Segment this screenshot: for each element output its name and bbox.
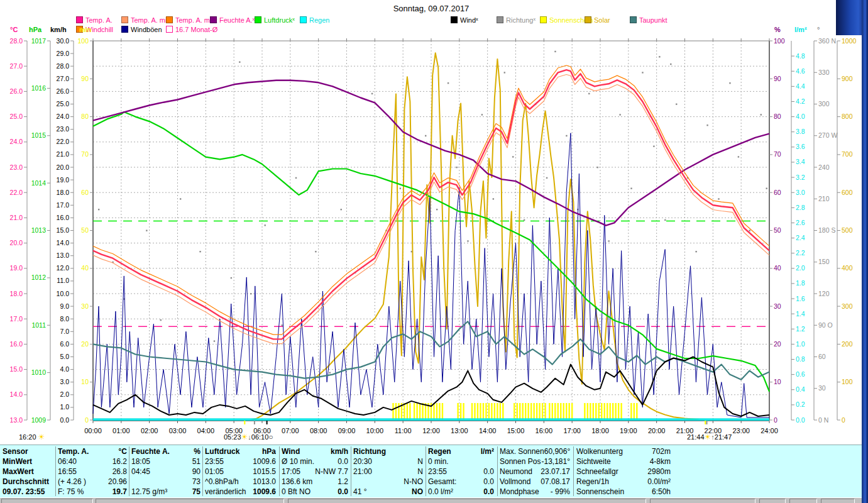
cell-value: 26.8 [113,467,127,477]
table-column-4: Windkm/hØ 10 min.0.017:05N-NW 7.7136.6 k… [282,446,348,497]
table-row: 41 °NO [353,487,423,497]
svg-text:21.0: 21.0 [10,214,23,221]
table-row: Feuchte A.% [131,446,201,456]
cell-value: 07.08.17 [541,477,570,487]
table-row: Vollmond07.08.17 [500,477,570,487]
table-row: 21:00N [353,467,423,477]
sunrise-icon: ☀ [241,433,248,441]
svg-text:20:00: 20:00 [648,427,666,434]
cell-value: 75 [192,487,201,497]
table-separator [129,446,129,496]
svg-text:13:00: 13:00 [451,427,468,434]
cell-label: MaxWert [3,467,34,477]
sunrise-moonset-annotation: 05:23☀↓06:10○ [224,433,273,441]
svg-text:0: 0 [85,416,89,424]
table-row: Temp. A.°C [58,446,127,456]
cell-value: N-NW 7.7 [315,467,348,477]
svg-text:3.0: 3.0 [796,189,805,196]
day-length-annotation: 16:20 ☀ [19,433,45,441]
svg-text:1011: 1011 [31,321,46,329]
svg-text:04:00: 04:00 [197,427,215,434]
cell-label: Mondphase [500,487,539,497]
svg-text:1010: 1010 [31,368,47,376]
svg-text:01:00: 01:00 [113,427,130,434]
svg-text:24.0: 24.0 [10,138,23,145]
sunrise-value: 05:23 [224,433,241,441]
cell-value: 0.0 [338,487,348,497]
cell-value: 1015.5 [253,467,276,477]
svg-text:1016: 1016 [31,84,47,92]
svg-text:03:00: 03:00 [169,427,187,434]
svg-text:2.6: 2.6 [796,219,805,226]
table-row: Sonnenschein6:50h [576,487,671,497]
svg-text:3.6: 3.6 [796,143,805,150]
svg-text:100: 100 [842,378,853,385]
svg-text:2.4: 2.4 [796,234,805,241]
table-row: Max. Sonnen60,906° [500,446,570,456]
table-row: ^0.8hPa/h1013.0 [205,477,276,487]
svg-text:1.4: 1.4 [796,310,805,318]
cell-label: Sensor [3,446,28,456]
svg-text:100: 100 [774,37,785,45]
svg-text:1014: 1014 [31,179,47,187]
svg-text:50: 50 [774,226,781,234]
cell-label: Durchschnitt [3,477,49,487]
cell-value: N [417,456,423,467]
cell-label: Gesamt: [428,477,456,487]
table-column-5: Richtung20:30N21:00NN-NO41 °NO [353,446,423,497]
statusbar-segment-4 [759,499,786,503]
table-row: Sensor [3,446,54,456]
svg-text:22.0: 22.0 [57,138,70,145]
svg-text:0 N: 0 N [818,416,828,424]
svg-text:13.0: 13.0 [57,252,70,259]
svg-text:1017: 1017 [31,37,47,45]
svg-text:2.8: 2.8 [796,204,805,211]
table-row: 06:4016.2 [58,456,127,467]
cell-label: Regen/1h [576,477,609,487]
svg-text:3.0: 3.0 [60,378,69,385]
svg-text:300: 300 [842,302,853,310]
svg-text:17.0: 17.0 [10,315,23,323]
svg-text:09:00: 09:00 [338,427,356,434]
svg-text:3.4: 3.4 [796,158,805,165]
table-column-1: Temp. A.°C06:4016.216:5526.8(+ 4.26 )20.… [58,446,127,497]
table-row: 16:5526.8 [58,467,127,477]
table-row: 0 min. [428,456,494,467]
table-column-0: SensorMinWertMaxWertDurchschnitt09.07. 2… [3,446,54,497]
cell-value: - 99% [551,487,570,497]
cell-label: MinWert [3,456,32,467]
svg-text:300: 300 [818,100,830,108]
svg-text:25.0: 25.0 [10,113,23,120]
svg-text:80: 80 [774,113,781,120]
svg-text:210: 210 [818,195,830,202]
cell-label: Schneefallgr [576,467,618,477]
weather-app-window: Sonntag, 09.07.2017 Temp. A.Temp. A. min… [0,0,868,503]
svg-text:0.0: 0.0 [60,416,69,424]
svg-text:20: 20 [81,340,89,348]
svg-text:19.0: 19.0 [10,264,23,272]
weather-chart: 13.014.015.016.017.018.019.020.021.022.0… [0,0,862,444]
table-row: Windkm/h [282,446,348,456]
table-separator [55,446,56,496]
svg-text:18.0: 18.0 [10,290,23,297]
cell-value: 0.0 [338,456,348,467]
cell-value: 4-8km [650,456,671,467]
svg-text:1000: 1000 [842,37,857,45]
svg-text:10: 10 [81,378,89,385]
cell-value: hPa [262,446,276,456]
table-row: 01:051015.5 [205,467,276,477]
table-separator [279,446,280,496]
cell-value: km/h [331,446,348,456]
svg-text:270 W: 270 W [818,131,837,139]
svg-text:4.4: 4.4 [796,82,805,90]
cell-label: F: 75 % [58,487,84,497]
cell-value: 0.0 [483,477,494,487]
svg-text:1.2: 1.2 [796,325,805,333]
statusbar-segment-1 [96,499,284,503]
cell-label: 0 Bft NO [282,487,310,497]
svg-text:18:00: 18:00 [591,427,609,434]
svg-text:90 O: 90 O [818,321,833,329]
table-separator [497,446,498,496]
svg-text:700: 700 [842,150,853,158]
svg-text:13.0: 13.0 [10,416,23,424]
